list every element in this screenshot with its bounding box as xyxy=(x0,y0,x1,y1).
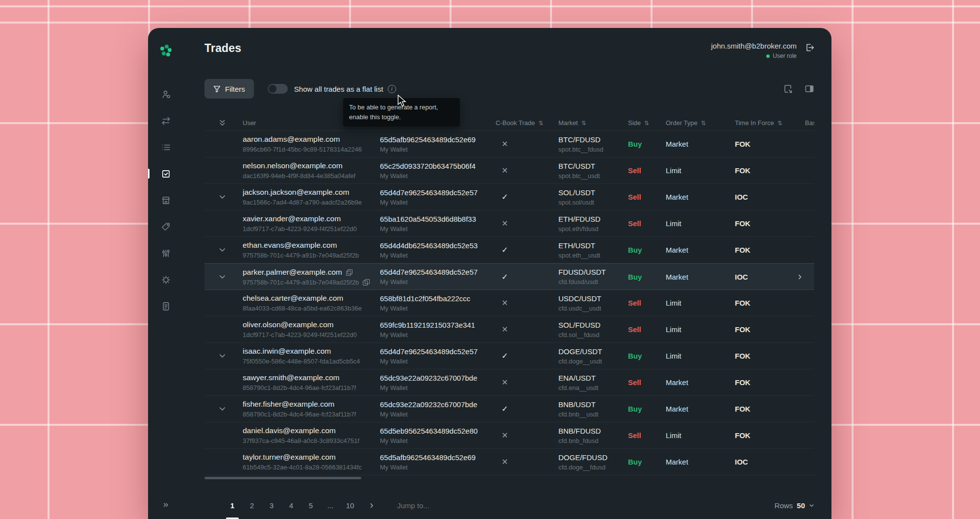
wallet-label: My Wallet xyxy=(380,464,496,471)
sidebar-item-tags[interactable] xyxy=(159,220,173,234)
table-row[interactable]: xavier.xander@example.com 1dcf9717-c7ab-… xyxy=(204,210,814,237)
account-id: 65ba1620a545053d6d8b8f33 xyxy=(380,215,496,223)
user-id: 75f0550e-586c-448e-8507-fda1ad5cb5c4 xyxy=(243,358,360,365)
side-label: Buy xyxy=(628,405,666,413)
cbook-icon: ✕ xyxy=(496,139,508,149)
sort-icon[interactable]: ⇅ xyxy=(778,120,782,127)
sidebar-nav xyxy=(159,87,173,313)
sidebar-item-reports[interactable] xyxy=(159,299,173,313)
account-id: 65d5eb95625463489dc52e80 xyxy=(380,427,496,435)
market-code: spot.eth__usdt xyxy=(558,252,628,259)
filters-label: Filters xyxy=(225,85,245,93)
brand-logo-icon xyxy=(159,44,172,57)
user-email: oliver.olson@example.com xyxy=(243,320,333,329)
page-button[interactable]: 5 xyxy=(301,499,321,511)
order-type: Market xyxy=(666,378,735,387)
info-icon[interactable]: i xyxy=(388,85,396,93)
user-email: fisher.fisher@example.com xyxy=(243,400,334,409)
sort-icon[interactable]: ⇅ xyxy=(701,120,706,127)
sidebar-item-markets[interactable] xyxy=(159,193,173,207)
column-header-cbook[interactable]: C-Book Trade⇅ xyxy=(496,119,558,127)
horizontal-scrollbar[interactable] xyxy=(204,477,361,479)
table-row[interactable]: oliver.olson@example.com 1dcf9717-c7ab-4… xyxy=(204,316,814,343)
sidebar-item-accounts[interactable] xyxy=(159,87,173,101)
user-email: aaron.adams@example.com xyxy=(243,135,340,144)
table-row[interactable]: nelson.nelson@example.com dac163f9-94eb-… xyxy=(204,157,814,184)
sidebar-item-adjustments[interactable] xyxy=(159,246,173,260)
row-expand-icon[interactable] xyxy=(218,193,226,201)
user-email: nelson.nelson@example.com xyxy=(243,161,343,170)
table-row[interactable]: jackson.jackson@example.com 9ac1566c-7ad… xyxy=(204,184,814,210)
expand-all-icon[interactable] xyxy=(218,119,226,127)
table-row[interactable]: isaac.irwin@example.com 75f0550e-586c-44… xyxy=(204,343,814,369)
transfers-icon xyxy=(161,116,171,126)
user-meta: john.smith@b2broker.com User role xyxy=(711,42,797,59)
order-type: Limit xyxy=(666,352,735,360)
market-pair: ETH/USDT xyxy=(558,241,628,250)
row-expand-icon[interactable] xyxy=(218,352,226,360)
row-expand-icon[interactable] xyxy=(218,246,226,254)
side-label: Sell xyxy=(628,166,666,175)
sort-icon[interactable]: ⇅ xyxy=(581,120,586,127)
market-code: spot.btc__usdt xyxy=(558,172,628,180)
column-header-market[interactable]: Market⇅ xyxy=(558,119,628,127)
page-button[interactable]: 3 xyxy=(262,499,281,511)
copy-icon[interactable] xyxy=(363,279,369,285)
flat-list-label: Show all trades as a flat list xyxy=(294,85,383,93)
row-expand-icon[interactable] xyxy=(218,405,226,413)
page-button[interactable]: 2 xyxy=(242,499,262,511)
sidebar-item-trades[interactable] xyxy=(159,167,173,181)
gear-icon xyxy=(161,275,171,285)
export-report-icon[interactable] xyxy=(783,84,793,94)
market-code: cfd.fdusd/usdt xyxy=(558,278,628,285)
market-code: spot.sol/usdt xyxy=(558,199,628,206)
jump-to-input[interactable] xyxy=(397,501,456,510)
sort-icon[interactable]: ⇅ xyxy=(538,120,543,127)
page-button[interactable]: 1 xyxy=(223,499,242,511)
copy-icon[interactable] xyxy=(346,269,352,275)
table-row[interactable]: taylor.turner@example.com 61b549c5-32ae-… xyxy=(204,449,814,475)
user-email: chelsea.carter@example.com xyxy=(243,294,343,303)
row-open-chevron-icon[interactable]: › xyxy=(798,271,802,282)
row-expand-icon[interactable] xyxy=(218,273,226,281)
flat-list-toggle[interactable] xyxy=(268,84,288,94)
time-in-force: FOK xyxy=(735,299,805,307)
table-row[interactable]: aaron.adams@example.com 8996cb60-7f1d-45… xyxy=(204,131,814,157)
table-body: aaron.adams@example.com 8996cb60-7f1d-45… xyxy=(204,131,814,475)
sidebar-item-settings[interactable] xyxy=(159,273,173,286)
page-button[interactable]: 10 xyxy=(340,499,360,511)
time-in-force: FOK xyxy=(735,219,805,228)
time-in-force: FOK xyxy=(735,325,805,334)
columns-settings-icon[interactable] xyxy=(804,84,814,94)
next-page-button[interactable]: › xyxy=(365,498,378,512)
table-row[interactable]: ethan.evans@example.com 975758b-701c-447… xyxy=(204,237,814,263)
page-button: ... xyxy=(321,499,340,511)
table-row[interactable]: chelsea.carter@example.com 8faa4033-cd68… xyxy=(204,290,814,316)
market-pair: ETH/FDUSD xyxy=(558,215,628,223)
rows-per-page-select[interactable]: Rows 50 xyxy=(775,501,814,510)
sidebar: » xyxy=(148,28,183,519)
sidebar-item-orders[interactable] xyxy=(159,140,173,154)
wallet-label: My Wallet xyxy=(380,384,496,391)
table-row[interactable]: daniel.davis@example.com 37f937ca-c945-4… xyxy=(204,422,814,449)
orders-icon xyxy=(161,142,171,153)
sort-icon[interactable]: ⇅ xyxy=(644,120,649,127)
table-row[interactable]: fisher.fisher@example.com 858790c1-8d2b-… xyxy=(204,396,814,422)
wallet-label: My Wallet xyxy=(380,331,496,338)
sidebar-expand-button[interactable]: » xyxy=(159,497,173,511)
order-type: Market xyxy=(666,405,735,413)
wallet-label: My Wallet xyxy=(380,172,496,180)
wallet-label: My Wallet xyxy=(380,305,496,312)
column-header-side[interactable]: Side⇅ xyxy=(628,119,666,127)
sidebar-item-transfers[interactable] xyxy=(159,114,173,128)
user-id: 975758b-701c-4479-a91b-7e049ad25f2b xyxy=(243,252,359,259)
user-email: xavier.xander@example.com xyxy=(243,214,341,223)
table-row[interactable]: parker.palmer@example.com 975758b-701c-4… xyxy=(204,263,814,290)
table-row[interactable]: sawyer.smith@example.com 858790c1-8d2b-4… xyxy=(204,369,814,396)
filters-button[interactable]: Filters xyxy=(204,79,254,99)
logout-icon[interactable] xyxy=(804,43,814,52)
account-id: 65dc93e22a09232c67007bde xyxy=(380,400,496,409)
column-header-time-in-force[interactable]: Time In Force⇅ xyxy=(735,119,805,127)
column-header-order-type[interactable]: Order Type⇅ xyxy=(666,119,735,127)
page-button[interactable]: 4 xyxy=(281,499,301,511)
